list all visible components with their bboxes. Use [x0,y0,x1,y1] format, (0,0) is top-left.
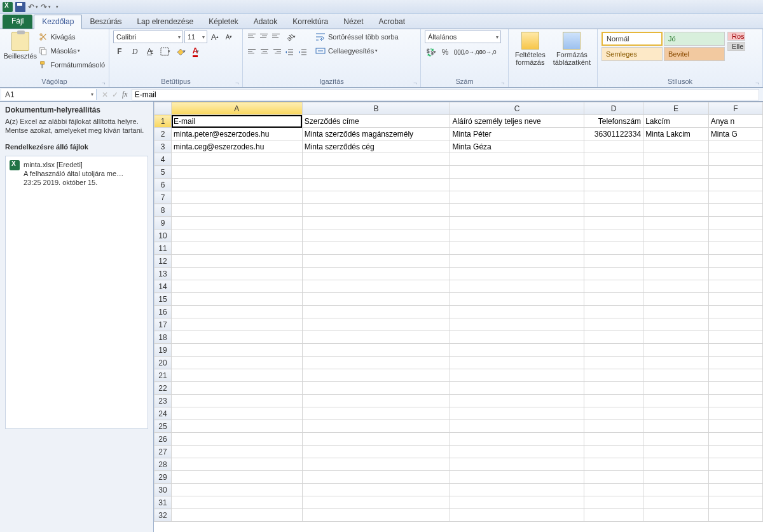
row-header-4[interactable]: 4 [155,153,172,166]
cell-F6[interactable] [708,179,762,191]
save-icon[interactable] [15,2,25,12]
cell-A26[interactable] [172,433,303,446]
cell-D29[interactable] [584,471,643,484]
font-size-combo[interactable]: 11 [184,31,207,43]
cell-F25[interactable] [708,420,762,433]
cell-A27[interactable] [172,446,303,458]
cell-B29[interactable] [302,471,450,484]
cell-F27[interactable] [708,446,762,458]
cell-C13[interactable] [450,268,584,280]
cell-B24[interactable] [302,407,450,420]
cell-B12[interactable] [302,255,450,268]
cell-A17[interactable] [172,318,303,331]
row-header-27[interactable]: 27 [155,446,172,458]
row-header-24[interactable]: 24 [155,407,172,420]
cell-C28[interactable] [450,458,584,471]
style-bad[interactable]: Ros [727,32,745,41]
cell-F15[interactable] [708,293,762,306]
row-header-14[interactable]: 14 [155,280,172,293]
row-header-5[interactable]: 5 [155,166,172,179]
number-format-combo[interactable]: Általános [425,31,501,43]
cell-A20[interactable] [172,357,303,369]
align-bottom-button[interactable] [271,31,282,41]
cell-D30[interactable] [584,484,643,496]
align-left-button[interactable] [247,46,258,56]
row-header-32[interactable]: 32 [155,509,172,522]
cell-D2[interactable]: 36301122334 [584,128,643,140]
enter-icon[interactable]: ✓ [112,90,118,99]
cell-C17[interactable] [450,318,584,331]
cell-F9[interactable] [708,217,762,229]
cell-D24[interactable] [584,407,643,420]
cell-D23[interactable] [584,395,643,407]
cell-A5[interactable] [172,166,303,179]
cut-button[interactable]: Kivágás [39,31,105,43]
cell-B30[interactable] [302,484,450,496]
row-header-22[interactable]: 22 [155,382,172,395]
row-header-17[interactable]: 17 [155,318,172,331]
cell-B21[interactable] [302,369,450,382]
cell-A6[interactable] [172,179,303,191]
cell-A30[interactable] [172,484,303,496]
cell-C30[interactable] [450,484,584,496]
border-button[interactable]: ▾ [159,45,172,58]
row-header-20[interactable]: 20 [155,357,172,369]
cell-E9[interactable] [643,217,709,229]
cell-F4[interactable] [708,153,762,166]
grow-font-button[interactable]: A▴ [209,31,221,43]
format-painter-button[interactable]: Formátummásoló [39,58,105,71]
cell-D17[interactable] [584,318,643,331]
font-color-button[interactable]: A▾ [189,45,202,58]
cell-E28[interactable] [643,458,709,471]
cell-D31[interactable] [584,496,643,509]
cell-D32[interactable] [584,509,643,522]
percent-button[interactable]: % [439,46,451,58]
cell-B19[interactable] [302,344,450,357]
cell-E8[interactable] [643,204,709,217]
cell-A32[interactable] [172,509,303,522]
cell-E11[interactable] [643,242,709,255]
tab-insert[interactable]: Beszúrás [82,15,129,29]
cell-B14[interactable] [302,280,450,293]
row-header-18[interactable]: 18 [155,331,172,344]
cell-D3[interactable] [584,140,643,153]
cell-D7[interactable] [584,191,643,204]
row-header-16[interactable]: 16 [155,306,172,318]
cell-A8[interactable] [172,204,303,217]
cell-B32[interactable] [302,509,450,522]
cell-A1[interactable]: E-mail [172,115,303,128]
cell-C3[interactable]: Minta Géza [450,140,584,153]
cell-B16[interactable] [302,306,450,318]
cell-B3[interactable]: Minta szerződés cég [302,140,450,153]
cell-C15[interactable] [450,293,584,306]
cell-C26[interactable] [450,433,584,446]
cell-B8[interactable] [302,204,450,217]
cell-E26[interactable] [643,433,709,446]
style-check[interactable]: Elle [727,42,745,51]
undo-dropdown-icon[interactable]: ▾ [36,4,38,10]
decrease-decimal-button[interactable]: ,00→,0 [481,46,493,58]
col-header-F[interactable]: F [708,102,762,115]
align-right-button[interactable] [271,46,282,56]
cell-A13[interactable] [172,268,303,280]
cell-F24[interactable] [708,407,762,420]
cell-E14[interactable] [643,280,709,293]
redo-icon[interactable]: ↷ [41,3,47,11]
style-good[interactable]: Jó [664,32,725,46]
cell-E25[interactable] [643,420,709,433]
cell-F16[interactable] [708,306,762,318]
cell-F5[interactable] [708,166,762,179]
cell-F14[interactable] [708,280,762,293]
cell-B13[interactable] [302,268,450,280]
cell-B28[interactable] [302,458,450,471]
cell-A11[interactable] [172,242,303,255]
cell-A2[interactable]: minta.peter@eszerzodes.hu [172,128,303,140]
row-header-6[interactable]: 6 [155,179,172,191]
name-box[interactable]: A1 [1,89,97,100]
cell-E12[interactable] [643,255,709,268]
cell-F11[interactable] [708,242,762,255]
cell-A19[interactable] [172,344,303,357]
cell-F30[interactable] [708,484,762,496]
cell-C11[interactable] [450,242,584,255]
cell-B5[interactable] [302,166,450,179]
